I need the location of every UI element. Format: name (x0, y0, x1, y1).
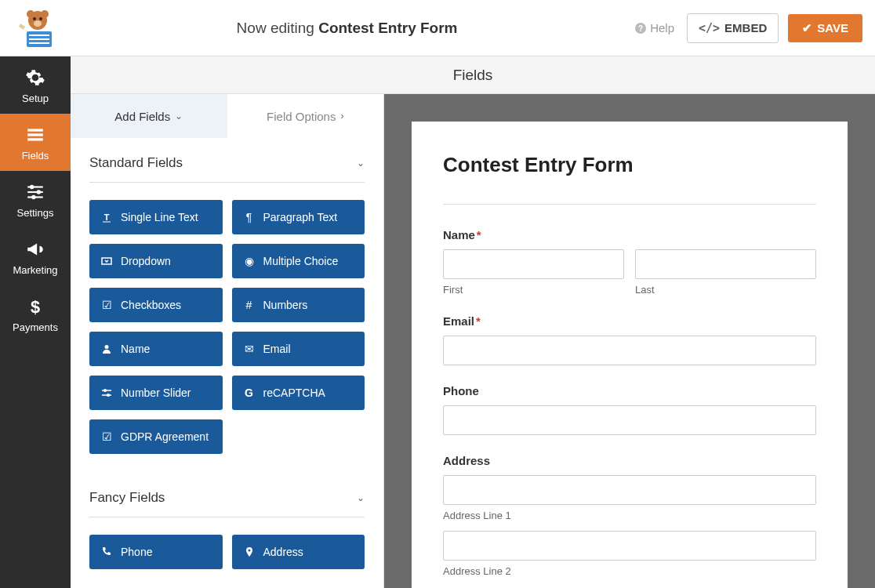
help-icon: ? (634, 22, 647, 34)
field-phone[interactable]: Phone (89, 535, 223, 569)
field-email[interactable]: ✉Email (232, 332, 365, 366)
phone-input[interactable] (443, 405, 816, 435)
first-sublabel: First (443, 284, 624, 296)
slider-icon (100, 387, 113, 398)
field-dropdown[interactable]: Dropdown (89, 244, 223, 278)
field-single-line-text[interactable]: TSingle Line Text (89, 200, 223, 234)
sidebar-item-fields[interactable]: Fields (0, 114, 71, 171)
svg-rect-7 (29, 34, 49, 36)
svg-point-1 (27, 10, 34, 18)
save-button[interactable]: ✔ SAVE (788, 14, 862, 42)
help-link[interactable]: ? Help (634, 21, 674, 34)
sidebar-item-settings[interactable]: Settings (0, 171, 71, 228)
field-checkboxes[interactable]: ☑Checkboxes (89, 288, 223, 322)
email-label: Email* (443, 314, 816, 328)
group-standard-fields[interactable]: Standard Fields ⌄ (89, 138, 365, 183)
svg-point-16 (30, 185, 34, 189)
svg-rect-14 (27, 138, 43, 140)
field-address[interactable]: Address (232, 535, 365, 569)
sidebar-item-payments[interactable]: $ Payments (0, 285, 71, 343)
field-gdpr[interactable]: ☑GDPR Agreement (89, 419, 223, 454)
tab-add-fields[interactable]: Add Fields ⌄ (71, 94, 227, 138)
last-sublabel: Last (635, 284, 816, 296)
svg-text:$: $ (31, 297, 40, 317)
svg-text:T: T (104, 212, 110, 222)
svg-point-29 (107, 394, 110, 397)
field-paragraph-text[interactable]: ¶Paragraph Text (232, 200, 365, 234)
hash-icon: # (243, 299, 256, 311)
chevron-down-icon: ⌄ (175, 111, 183, 122)
svg-point-25 (105, 345, 109, 349)
chevron-down-icon: ⌄ (357, 492, 365, 503)
svg-point-2 (41, 10, 49, 18)
field-multiple-choice[interactable]: ◉Multiple Choice (232, 244, 365, 278)
code-icon: </> (699, 21, 720, 35)
addr2-sublabel: Address Line 2 (443, 565, 816, 577)
last-name-input[interactable] (635, 249, 816, 279)
form-divider (443, 204, 816, 205)
form-preview: Contest Entry Form Name* First (412, 122, 848, 588)
first-name-input[interactable] (443, 249, 624, 279)
addr1-sublabel: Address Line 1 (443, 510, 816, 521)
form-title: Contest Entry Form (443, 153, 816, 177)
svg-point-5 (34, 20, 42, 27)
envelope-icon: ✉ (243, 343, 256, 355)
phone-icon (100, 546, 113, 557)
section-title: Fields (71, 56, 875, 94)
sidebar-item-setup[interactable]: Setup (0, 56, 71, 114)
field-numbers[interactable]: #Numbers (232, 288, 365, 322)
svg-rect-8 (29, 38, 49, 40)
svg-point-3 (33, 17, 36, 20)
svg-point-4 (39, 17, 42, 20)
svg-rect-9 (29, 42, 49, 44)
chevron-down-icon: ⌄ (357, 158, 365, 169)
paragraph-icon: ¶ (243, 211, 256, 223)
bullhorn-icon (25, 239, 45, 260)
field-number-slider[interactable]: Number Slider (89, 376, 223, 410)
pin-icon (243, 546, 256, 557)
embed-button[interactable]: </> EMBED (687, 13, 779, 43)
checkbox-icon: ☑ (100, 299, 113, 311)
gear-icon (25, 67, 45, 88)
main-sidebar: Setup Fields Settings Marketing $ Paymen… (0, 56, 71, 588)
phone-label: Phone (443, 384, 816, 397)
check-icon: ✔ (802, 21, 812, 35)
svg-text:?: ? (638, 24, 643, 33)
tab-field-options[interactable]: Field Options › (227, 94, 384, 138)
address-line1-input[interactable] (443, 475, 816, 505)
svg-rect-13 (27, 133, 43, 136)
page-title: Now editing Contest Entry Form (60, 20, 634, 37)
field-recaptcha[interactable]: GreCAPTCHA (232, 376, 365, 410)
checkbox-icon: ☑ (100, 430, 113, 443)
name-label: Name* (443, 228, 816, 241)
field-name[interactable]: Name (89, 332, 223, 366)
address-line2-input[interactable] (443, 531, 816, 561)
svg-point-20 (31, 195, 35, 199)
svg-point-18 (37, 190, 41, 194)
text-icon: T (100, 212, 113, 223)
sliders-icon (25, 182, 45, 202)
app-logo[interactable] (16, 6, 60, 50)
dropdown-icon (100, 256, 113, 267)
group-fancy-fields[interactable]: Fancy Fields ⌄ (89, 473, 365, 517)
dollar-icon: $ (25, 296, 45, 317)
address-label: Address (443, 454, 816, 467)
google-icon: G (243, 387, 256, 399)
email-input[interactable] (443, 336, 816, 365)
svg-point-27 (103, 389, 107, 392)
form-icon (25, 125, 45, 145)
sidebar-item-marketing[interactable]: Marketing (0, 228, 71, 285)
chevron-right-icon: › (340, 111, 343, 122)
svg-rect-12 (27, 129, 43, 131)
radio-icon: ◉ (243, 255, 256, 267)
user-icon (100, 343, 113, 354)
